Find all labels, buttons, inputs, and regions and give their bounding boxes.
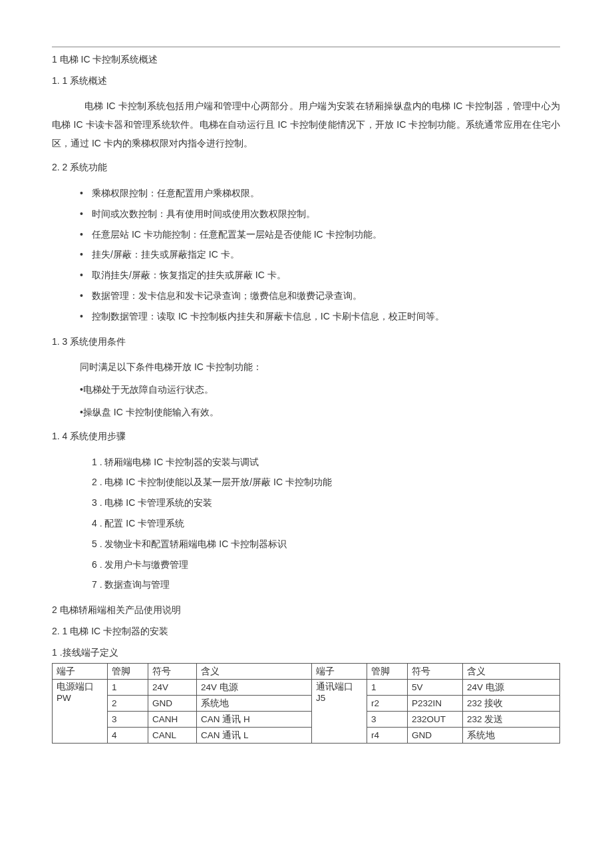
cell-pin: r4 (367, 728, 408, 744)
section-1-heading: 1 电梯 IC 卡控制系统概述 (52, 54, 560, 66)
terminal-table: 端子 管脚 符号 含义 端子 管脚 符号 含义 电源端口 PW 1 24V 24… (52, 663, 560, 744)
th-terminal: 端子 (312, 664, 367, 680)
cell-pin: 2 (108, 696, 148, 712)
cell-symbol: GND (408, 728, 463, 744)
document-page: 1 电梯 IC 卡控制系统概述 1. 1 系统概述 电梯 IC 卡控制系统包括用… (0, 0, 612, 803)
cell-pin: 3 (108, 712, 148, 728)
section-1-3-heading: 1. 3 系统使用条件 (52, 336, 560, 348)
section-2-heading: 2 电梯轿厢端相关产品使用说明 (52, 604, 560, 616)
th-symbol: 符号 (408, 664, 463, 680)
cell-symbol: CANH (148, 712, 197, 728)
conditions-intro: 同时满足以下条件电梯开放 IC 卡控制功能： (80, 357, 560, 376)
cell-pin: 3 (367, 712, 408, 728)
table-row: 3 CANH CAN 通讯 H 3 232OUT 232 发送 (53, 712, 560, 728)
top-border (52, 47, 560, 47)
cell-meaning: 24V 电源 (197, 680, 312, 696)
table-row: 4 CANL CAN 通讯 L r4 GND 系统地 (53, 728, 560, 744)
th-pin: 管脚 (367, 664, 408, 680)
th-symbol: 符号 (148, 664, 197, 680)
port-name-left: 电源端口 PW (53, 680, 108, 744)
port-name-right: 通讯端口 J5 (312, 680, 367, 744)
list-item: 2 . 电梯 IC 卡控制使能以及某一层开放/屏蔽 IC 卡控制功能 (92, 472, 560, 493)
steps-list: 1 . 轿厢端电梯 IC 卡控制器的安装与调试 2 . 电梯 IC 卡控制使能以… (52, 452, 560, 596)
list-item: 任意层站 IC 卡功能控制：任意配置某一层站是否使能 IC 卡控制功能。 (92, 224, 560, 245)
feature-list: 乘梯权限控制：任意配置用户乘梯权限。 时间或次数控制：具有使用时间或使用次数权限… (52, 183, 560, 327)
th-terminal: 端子 (53, 664, 108, 680)
cell-meaning: 系统地 (197, 696, 312, 712)
list-item: 控制数据管理：读取 IC 卡控制板内挂失和屏蔽卡信息，IC 卡刷卡信息，校正时间… (92, 306, 560, 327)
section-1-1-heading: 1. 1 系统概述 (52, 75, 560, 87)
cell-meaning: CAN 通讯 H (197, 712, 312, 728)
list-item: 3 . 电梯 IC 卡管理系统的安装 (92, 493, 560, 513)
list-item: 1 . 轿厢端电梯 IC 卡控制器的安装与调试 (92, 452, 560, 473)
table-row: 2 GND 系统地 r2 P232IN 232 接收 (53, 696, 560, 712)
condition-item: •电梯处于无故障自动运行状态。 (80, 380, 560, 399)
cell-symbol: 232OUT (408, 712, 463, 728)
th-meaning: 含义 (463, 664, 560, 680)
terminal-def-heading: 1 .接线端子定义 (52, 647, 560, 659)
section-1-4-heading: 1. 4 系统使用步骤 (52, 431, 560, 443)
cell-meaning: 232 接收 (463, 696, 560, 712)
cell-symbol: 5V (408, 680, 463, 696)
list-item: 取消挂失/屏蔽：恢复指定的挂失或屏蔽 IC 卡。 (92, 265, 560, 286)
list-item: 挂失/屏蔽：挂失或屏蔽指定 IC 卡。 (92, 244, 560, 265)
cell-symbol: GND (148, 696, 197, 712)
cell-meaning: 系统地 (463, 728, 560, 744)
cell-symbol: CANL (148, 728, 197, 744)
cell-pin: r2 (367, 696, 408, 712)
cell-symbol: 24V (148, 680, 197, 696)
cell-pin: 4 (108, 728, 148, 744)
list-item: 时间或次数控制：具有使用时间或使用次数权限控制。 (92, 204, 560, 224)
list-item: 4 . 配置 IC 卡管理系统 (92, 513, 560, 534)
condition-item: •操纵盘 IC 卡控制使能输入有效。 (80, 403, 560, 421)
cell-symbol: P232IN (408, 696, 463, 712)
list-item: 数据管理：发卡信息和发卡记录查询；缴费信息和缴费记录查询。 (92, 286, 560, 306)
cell-pin: 1 (367, 680, 408, 696)
section-2-1-heading: 2. 1 电梯 IC 卡控制器的安装 (52, 626, 560, 638)
cell-meaning: 24V 电源 (463, 680, 560, 696)
th-meaning: 含义 (197, 664, 312, 680)
cell-pin: 1 (108, 680, 148, 696)
table-header-row: 端子 管脚 符号 含义 端子 管脚 符号 含义 (53, 664, 560, 680)
list-item: 乘梯权限控制：任意配置用户乘梯权限。 (92, 183, 560, 204)
cell-meaning: CAN 通讯 L (197, 728, 312, 744)
list-item: 6 . 发用户卡与缴费管理 (92, 554, 560, 575)
th-pin: 管脚 (108, 664, 148, 680)
list-item: 7 . 数据查询与管理 (92, 574, 560, 595)
list-item: 5 . 发物业卡和配置轿厢端电梯 IC 卡控制器标识 (92, 534, 560, 554)
table-row: 电源端口 PW 1 24V 24V 电源 通讯端口 J5 1 5V 24V 电源 (53, 680, 560, 696)
intro-paragraph: 电梯 IC 卡控制系统包括用户端和管理中心两部分。用户端为安装在轿厢操纵盘内的电… (52, 97, 560, 152)
cell-meaning: 232 发送 (463, 712, 560, 728)
section-2-2-heading: 2. 2 系统功能 (52, 162, 560, 174)
